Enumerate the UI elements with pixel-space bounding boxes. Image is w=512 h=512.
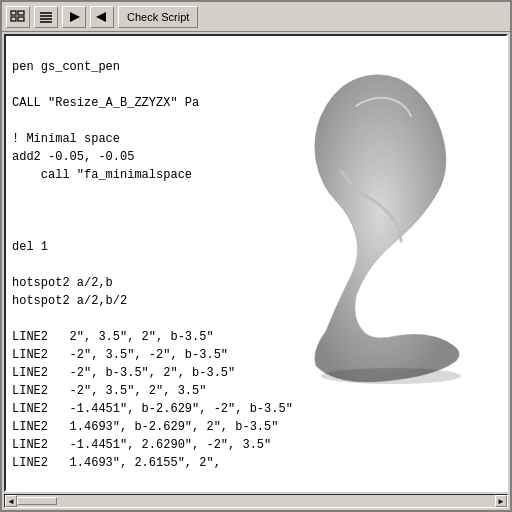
svg-rect-1 (18, 11, 24, 15)
svg-rect-3 (18, 17, 24, 21)
svg-rect-0 (11, 11, 16, 15)
code-editor[interactable]: pen gs_cont_pen CALL "Resize_A_B_ZZYZX" … (6, 36, 506, 490)
lines-toolbar-btn[interactable] (34, 6, 58, 28)
check-script-button[interactable]: Check Script (118, 6, 198, 28)
play-toolbar-btn[interactable] (62, 6, 86, 28)
scroll-right-btn[interactable]: ► (495, 495, 507, 507)
svg-marker-8 (70, 12, 80, 22)
scrollbar-thumb[interactable] (17, 497, 57, 505)
toolbar: Check Script (2, 2, 510, 32)
scroll-left-btn[interactable]: ◄ (5, 495, 17, 507)
svg-rect-2 (11, 17, 16, 21)
play-icon (66, 9, 82, 25)
svg-marker-9 (96, 12, 106, 22)
grid-toolbar-btn[interactable] (6, 6, 30, 28)
back-toolbar-btn[interactable] (90, 6, 114, 28)
lines-icon (38, 9, 54, 25)
horizontal-scrollbar[interactable]: ◄ ► (4, 494, 508, 508)
grid-icon (10, 9, 26, 25)
scrollbar-track (17, 497, 495, 505)
editor-area: pen gs_cont_pen CALL "Resize_A_B_ZZYZX" … (4, 34, 508, 492)
main-window: Check Script (0, 0, 512, 512)
back-icon (94, 9, 110, 25)
